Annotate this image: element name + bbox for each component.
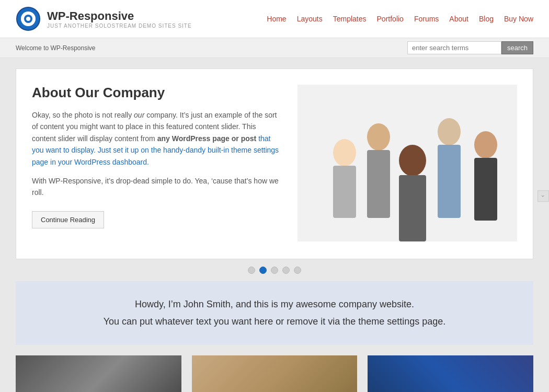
slide-p1-bold: any WordPress page or post — [157, 134, 257, 143]
nav-layouts[interactable]: Layouts — [297, 15, 323, 23]
dot-5[interactable] — [294, 267, 301, 274]
dot-4[interactable] — [282, 267, 290, 274]
slide-p1-italic: our — [134, 111, 144, 119]
site-subtitle: Just another Solostream demo sites site — [47, 23, 192, 29]
nav-home[interactable]: Home — [267, 15, 286, 23]
search-button[interactable]: search — [501, 41, 533, 54]
scroll-hint[interactable]: › — [537, 190, 549, 202]
nav-about[interactable]: About — [449, 15, 468, 23]
header: WP-Responsive Just another Solostream de… — [0, 0, 549, 38]
thumbnail-2[interactable] — [192, 355, 358, 392]
svg-rect-15 — [298, 85, 517, 241]
slider-box: About Our Company Okay, so the photo is … — [16, 68, 533, 259]
thumbnails — [16, 355, 533, 392]
svg-point-3 — [26, 17, 30, 21]
thumbnail-3[interactable] — [368, 355, 533, 392]
logo-icon — [16, 6, 41, 31]
search-form: search — [407, 41, 533, 54]
dot-3[interactable] — [271, 267, 278, 274]
dot-1[interactable] — [248, 267, 255, 274]
nav-forums[interactable]: Forums — [414, 15, 439, 23]
intro-line2: You can put whatever text you want here … — [26, 314, 523, 329]
slide-image — [298, 85, 517, 243]
dot-2[interactable] — [259, 267, 267, 274]
logo-text: WP-Responsive Just another Solostream de… — [47, 9, 192, 29]
nav-blog[interactable]: Blog — [479, 15, 494, 23]
main-nav: Home Layouts Templates Portfolio Forums … — [267, 15, 533, 23]
intro-line1: Howdy, I’m John Smith, and this is my aw… — [26, 297, 523, 312]
continue-reading-button[interactable]: Continue Reading — [32, 211, 104, 228]
slider-dots — [16, 259, 533, 281]
search-input[interactable] — [407, 41, 501, 54]
toolbar-bar: Welcome to WP-Responsive search — [0, 38, 549, 58]
nav-buynow[interactable]: Buy Now — [504, 15, 533, 23]
welcome-text: Welcome to WP-Responsive — [16, 44, 96, 52]
thumbnail-1[interactable] — [16, 355, 181, 392]
main-content: About Our Company Okay, so the photo is … — [8, 68, 541, 392]
slide-text: About Our Company Okay, so the photo is … — [32, 85, 282, 228]
nav-portfolio[interactable]: Portfolio — [377, 15, 404, 23]
logo-area: WP-Responsive Just another Solostream de… — [16, 6, 192, 31]
nav-templates[interactable]: Templates — [333, 15, 367, 23]
slide-paragraph2: With WP-Responsive, it’s drop-dead simpl… — [32, 175, 282, 199]
site-title: WP-Responsive — [47, 9, 192, 23]
business-people-image — [298, 85, 517, 241]
slide-title: About Our Company — [32, 85, 282, 101]
slide-p1-plain: Okay, so the photo is not really — [32, 111, 134, 119]
slide-paragraph1: Okay, so the photo is not really our com… — [32, 109, 282, 168]
intro-band: Howdy, I’m John Smith, and this is my aw… — [16, 281, 533, 345]
